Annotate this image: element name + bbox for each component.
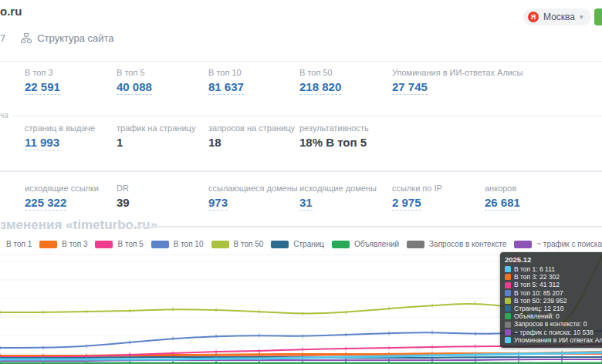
tooltip-swatch-icon xyxy=(505,329,511,335)
site-title: o.ru xyxy=(0,5,22,18)
metric-label: Упоминания в ИИ-ответах Алисы xyxy=(392,68,523,77)
tooltip-row: В топ 50: 239 952 xyxy=(505,297,602,305)
legend-swatch-icon xyxy=(211,241,229,248)
legend-item[interactable]: В топ 10 xyxy=(151,240,204,249)
legend-label: В топ 50 xyxy=(234,240,264,249)
legend-item[interactable]: В топ 3 xyxy=(39,240,87,249)
region-selector[interactable]: Я Москва ▾ xyxy=(523,8,591,25)
legend-item[interactable]: Страниц xyxy=(271,240,324,249)
metric-label: исходящие ссылки xyxy=(25,184,99,193)
metric-cell: результативность18% В топ 5 xyxy=(299,123,369,150)
metric-value[interactable]: 81 637 xyxy=(208,80,244,95)
legend-label: Объявлений xyxy=(354,240,399,249)
tooltip-text: В топ 50: 239 952 xyxy=(514,297,566,305)
tooltip-swatch-icon xyxy=(505,298,511,304)
legend-item[interactable]: В топ 1 xyxy=(6,240,32,249)
legend-item[interactable]: Объявлений xyxy=(332,240,399,249)
metric-cell: ссылающиеся домены973 xyxy=(208,184,298,211)
metric-label: исходящие домены xyxy=(299,184,377,193)
metric-value: 39 xyxy=(117,196,130,209)
tooltip-text: В топ 5: 41 312 xyxy=(514,281,560,288)
tooltip-swatch-icon xyxy=(505,322,511,328)
legend-label: В топ 10 xyxy=(174,240,204,249)
chart-tooltip: 2025.12 В топ 1: 6 111В топ 3: 22 302В т… xyxy=(500,252,602,348)
changes-section-title: зменения «timeturbo.ru» xyxy=(0,217,157,233)
yandex-icon: Я xyxy=(528,12,539,22)
legend-label: ~ трафик с поиска xyxy=(536,240,602,249)
tooltip-row: В топ 3: 22 302 xyxy=(505,273,602,281)
section-label-fragment: ча xyxy=(0,111,12,120)
header-divider xyxy=(0,61,602,62)
tooltip-row: В топ 1: 6 111 xyxy=(505,265,602,273)
legend-label: Страниц xyxy=(293,240,324,249)
tooltip-row: Запросов в контексте: 0 xyxy=(505,320,602,328)
metric-value: 18 xyxy=(208,136,222,149)
section-divider xyxy=(0,116,602,116)
legend-item[interactable]: В топ 50 xyxy=(211,240,264,249)
metric-cell: В топ 322 591 xyxy=(25,68,60,95)
chevron-down-icon: ▾ xyxy=(580,13,583,21)
tooltip-text: Объявлений: 0 xyxy=(514,312,560,320)
legend-label: Запросов в контексте xyxy=(429,240,506,249)
metric-label: результативность xyxy=(299,123,369,133)
action-button-clipped[interactable] xyxy=(594,8,602,25)
metric-label: DR xyxy=(117,184,130,193)
metrics-row-pages: страниц в выдаче11 993трафик на страницу… xyxy=(0,123,602,159)
tooltip-text: Упоминания в ИИ ответах Алисы: 25 1 xyxy=(514,336,602,344)
metric-cell: ссылки по IP2 975 xyxy=(392,184,442,211)
region-city: Москва xyxy=(543,12,575,22)
legend-swatch-icon xyxy=(151,241,169,248)
tooltip-swatch-icon xyxy=(505,313,511,319)
tooltip-text: В топ 10: 85 207 xyxy=(514,289,563,297)
tooltip-row: ~ трафик с поиска: 10 538 xyxy=(505,329,602,336)
subnav: 7 Структура сайта xyxy=(0,31,114,45)
legend-swatch-icon xyxy=(39,241,57,248)
metric-value[interactable]: 11 993 xyxy=(25,136,59,150)
tooltip-row: Страниц: 12 210 xyxy=(505,305,602,312)
metric-label: страниц в выдаче xyxy=(25,123,95,133)
metric-value[interactable]: 2 975 xyxy=(392,196,421,211)
legend-item[interactable]: Запросов в контексте xyxy=(407,240,506,249)
metric-value[interactable]: 218 820 xyxy=(299,80,341,95)
legend-label: В топ 5 xyxy=(117,240,143,249)
metric-cell: Упоминания в ИИ-ответах Алисы27 745 xyxy=(392,68,523,95)
metric-value[interactable]: 22 591 xyxy=(25,80,60,95)
metric-cell: DR39 xyxy=(117,184,130,210)
metric-value[interactable]: 40 088 xyxy=(117,80,152,95)
metric-value: 18% В топ 5 xyxy=(299,136,367,149)
metric-value: 1 xyxy=(117,136,123,149)
metrics-row-tops: В топ 322 591В топ 540 088В топ 1081 637… xyxy=(0,68,602,103)
metric-label: трафик на страницу xyxy=(117,123,195,133)
legend-item[interactable]: В топ 5 xyxy=(95,240,143,249)
tooltip-row: Объявлений: 0 xyxy=(505,312,602,320)
tooltip-row: В топ 5: 41 312 xyxy=(505,281,602,288)
tooltip-swatch-icon xyxy=(505,282,511,288)
tooltip-text: Запросов в контексте: 0 xyxy=(514,320,587,328)
metric-value[interactable]: 26 681 xyxy=(485,196,520,211)
tooltip-text: Страниц: 12 210 xyxy=(514,305,564,312)
metric-label: В топ 5 xyxy=(117,68,152,77)
metric-value[interactable]: 31 xyxy=(299,196,313,211)
metric-label: запросов на страницу xyxy=(208,123,295,133)
legend-swatch-icon xyxy=(271,241,289,248)
metric-label: ссылающиеся домены xyxy=(208,184,298,193)
tooltip-swatch-icon xyxy=(505,305,511,312)
metric-cell: В топ 1081 637 xyxy=(208,68,244,95)
metric-value[interactable]: 973 xyxy=(208,196,228,211)
metric-cell: анкоров26 681 xyxy=(485,184,520,211)
legend-swatch-icon xyxy=(514,241,532,248)
metric-cell: исходящие домены31 xyxy=(299,184,377,211)
legend-item[interactable]: ~ трафик с поиска xyxy=(514,240,602,249)
section-divider xyxy=(0,170,602,172)
sitemap-icon xyxy=(21,33,32,43)
metric-value[interactable]: 27 745 xyxy=(392,80,428,95)
metric-label: анкоров xyxy=(485,184,520,193)
metric-value[interactable]: 225 322 xyxy=(25,196,66,211)
tooltip-row: В топ 10: 85 207 xyxy=(505,289,602,297)
site-structure-link[interactable]: Структура сайта xyxy=(21,32,113,44)
legend-label: В топ 1 xyxy=(6,240,32,249)
site-structure-label: Структура сайта xyxy=(37,32,113,44)
metric-label: В топ 10 xyxy=(208,68,244,77)
metric-label: В топ 50 xyxy=(299,68,341,77)
metrics-row-links: исходящие ссылки225 322DR39ссылающиеся д… xyxy=(0,184,602,219)
